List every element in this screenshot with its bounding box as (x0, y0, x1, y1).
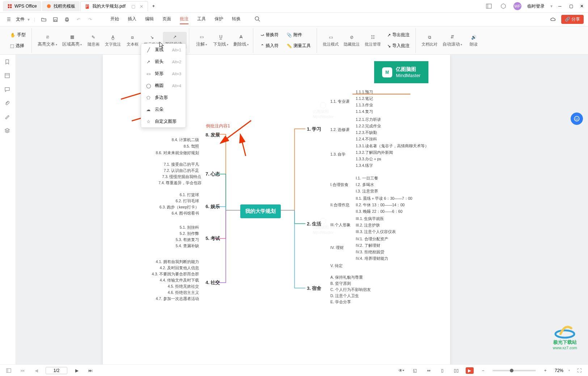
dropdown-arrow[interactable]: ↗箭头Alt+2 (141, 56, 186, 68)
menu-tab-annotate[interactable]: 批注 (180, 14, 189, 24)
textbox-icon: ⧈ (129, 34, 136, 41)
file-menu[interactable]: 文件 (16, 16, 25, 22)
panel-toggle-icon[interactable] (4, 366, 13, 375)
fullscreen-icon[interactable]: ⛶ (575, 366, 584, 375)
textbox-tool[interactable]: ⧈文本框 (124, 32, 141, 48)
replace-tool[interactable]: ⤻替换符 (258, 30, 281, 40)
layout-icon[interactable] (485, 2, 493, 10)
redo-icon[interactable]: ↷ (86, 15, 94, 24)
layers-icon[interactable] (4, 128, 12, 135)
fit-width-icon[interactable]: ⇔ (424, 366, 433, 375)
share-button[interactable]: 🔗 分享 (561, 15, 584, 24)
autoscroll-tool[interactable]: ⇵自动滚动▾ (440, 32, 464, 49)
menu-tab-edit[interactable]: 编辑 (145, 14, 154, 24)
print-icon[interactable] (63, 15, 71, 24)
zoom-out-icon[interactable]: − (479, 366, 487, 375)
compare-tool[interactable]: ⧉文档比对 (419, 32, 440, 48)
leaf: 8.6. 对未来就业做好规划 (153, 150, 200, 156)
export-annot-tool[interactable]: ↗导出批注 (385, 30, 412, 40)
tab-wps-home[interactable]: WPS Office (3, 1, 41, 11)
dropdown-polygon[interactable]: ⬠多边形 (141, 92, 186, 103)
hide-annot-tool[interactable]: ⊘隐藏批注 (342, 32, 362, 48)
play-icon[interactable]: ▶ (466, 367, 474, 374)
tab-templates[interactable]: 找稻壳模板 (42, 1, 80, 11)
assistant-button[interactable] (571, 113, 583, 125)
leaf: 5.3. 有效复习 (172, 237, 200, 243)
annot-mode-tool[interactable]: ▭批注模式 (321, 32, 341, 48)
attach-tool[interactable]: 📎附件 (284, 30, 313, 40)
measure-tool[interactable]: 📏测量工具 (284, 41, 313, 51)
read-tool[interactable]: 🔊朗读 (465, 32, 482, 48)
branch-life: 2. 生活 (305, 220, 323, 228)
dropdown-oval[interactable]: ◯椭圆Alt+4 (141, 80, 186, 92)
login-text[interactable]: 临时登录 (527, 3, 545, 9)
shape-dropdown: ╱直线Alt+1 ↗箭头Alt+2 ▭矩形Alt+3 ◯椭圆Alt+4 ⬠多边形… (141, 43, 186, 128)
page-input[interactable] (46, 367, 67, 374)
compare-icon: ⧉ (426, 34, 433, 41)
last-page-icon[interactable]: ⏭ (86, 366, 95, 375)
crop-icon[interactable]: ◱ (411, 366, 419, 375)
menu-tabs: 开始 插入 编辑 页面 批注 工具 保护 转换 (110, 14, 262, 24)
close-icon[interactable]: ✕ (580, 4, 585, 9)
zoom-slider[interactable] (492, 370, 536, 371)
insert-sym-tool[interactable]: ⌃插入符 (258, 41, 281, 51)
tab-close-icon[interactable]: ✕ (140, 4, 143, 9)
highlight-text-tool[interactable]: ⎚高亮文本▾ (35, 32, 59, 49)
save-icon[interactable] (51, 15, 60, 24)
new-tab-button[interactable]: + (149, 1, 158, 11)
note-icon: ▭ (198, 33, 205, 41)
two-page-icon[interactable]: ▯▯ (452, 366, 461, 375)
next-page-icon[interactable]: ▶ (72, 366, 81, 375)
maximize-icon[interactable]: ▢ (569, 4, 574, 9)
menu-icon[interactable]: ☰ (4, 15, 13, 24)
cube-icon[interactable] (499, 2, 508, 10)
avatar[interactable]: WP (513, 2, 521, 10)
select-tool[interactable]: ⬚选择 (8, 41, 28, 51)
note-tool[interactable]: ▭注解▾ (193, 32, 210, 49)
menu-tab-insert[interactable]: 插入 (128, 14, 136, 24)
menu-tab-convert[interactable]: 转换 (232, 14, 241, 24)
search-icon[interactable] (253, 14, 262, 23)
arrow-icon: ↗ (145, 59, 151, 65)
mindmaster-logo-icon: M (382, 67, 392, 77)
manage-annot-tool[interactable]: ☷批注管理 (363, 32, 383, 48)
undo-icon[interactable]: ↶ (74, 15, 83, 24)
single-page-icon[interactable]: ▯ (438, 366, 447, 375)
mindmap-center: 我的大学规划 (240, 204, 281, 218)
cloud-icon[interactable] (549, 15, 558, 24)
leaf: 6.3. 跑步（keep打卡） (157, 204, 200, 210)
leaf: I.2. 多喝水 (354, 182, 376, 188)
hand-tool[interactable]: ✋手型 (8, 30, 28, 40)
dropdown-custom[interactable]: ☆自定义图形 (141, 115, 186, 127)
canvas[interactable]: M 亿图脑图 MindMaster 亿图脑图MindMaster 亿图脑图Min… (16, 55, 588, 364)
sub-life-2: II.合理作息 (329, 202, 351, 208)
import-annot-tool[interactable]: ↘导入批注 (385, 41, 412, 51)
text-annot-tool[interactable]: A̲文字批注 (103, 32, 123, 48)
menu-tab-start[interactable]: 开始 (110, 14, 119, 24)
view-mode-icon[interactable]: 👁▾ (397, 366, 406, 375)
oval-icon: ◯ (145, 83, 151, 89)
strike-tool[interactable]: A̶删除线▾ (231, 32, 251, 49)
first-page-icon[interactable]: ⏮ (18, 366, 27, 375)
bookmark-icon[interactable] (4, 59, 12, 66)
zoom-in-icon[interactable]: + (541, 366, 550, 375)
attachment-icon[interactable] (4, 100, 12, 107)
open-icon[interactable] (39, 15, 48, 24)
minimize-icon[interactable]: ─ (558, 4, 563, 9)
menu-tab-page[interactable]: 页面 (162, 14, 171, 24)
dropdown-cloud[interactable]: ☁云朵 (141, 103, 186, 115)
leaf: D. 注意个人卫生 (329, 293, 360, 299)
prev-page-icon[interactable]: ◀ (32, 366, 41, 375)
signature-icon[interactable] (4, 114, 12, 121)
tab-menu-icon[interactable]: ▢ (131, 4, 135, 9)
dropdown-rect[interactable]: ▭矩形Alt+3 (141, 68, 186, 80)
area-highlight-tool[interactable]: ▦区域高亮▾ (60, 32, 84, 49)
comment-icon[interactable] (4, 86, 12, 94)
underline-tool[interactable]: U̲下划线▾ (211, 32, 230, 49)
svg-point-15 (320, 102, 326, 108)
thumbnail-icon[interactable] (4, 73, 12, 80)
menu-tab-protect[interactable]: 保护 (215, 14, 223, 24)
freehand-tool[interactable]: ✎随意画 (85, 32, 102, 48)
menu-tab-tools[interactable]: 工具 (197, 14, 206, 24)
tab-document[interactable]: P 我的大学规划.pdf ▢ ✕ (80, 1, 148, 11)
